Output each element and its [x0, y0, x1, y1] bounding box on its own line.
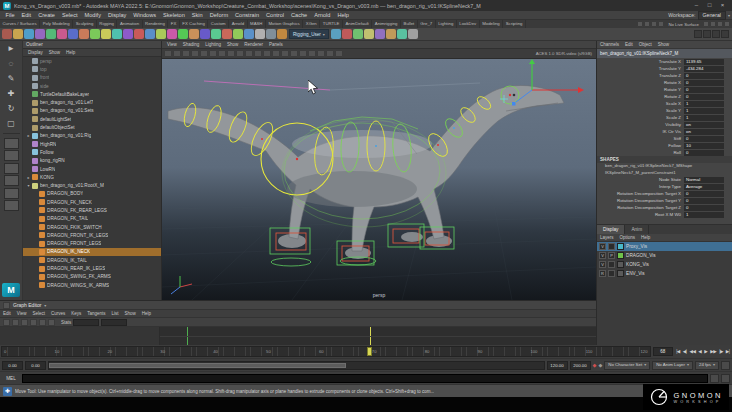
outliner-item[interactable]: front — [23, 74, 161, 82]
snap-curve-icon[interactable] — [644, 21, 650, 27]
animation-end-field[interactable]: 200.00 — [570, 361, 591, 370]
graph-editor-menu-tangents[interactable]: Tangents — [84, 311, 108, 316]
layer-row[interactable]: VKONG_Vis — [597, 260, 732, 269]
shelf-icon[interactable] — [90, 29, 100, 39]
attribute-value[interactable]: 0 — [684, 198, 724, 204]
layer-color-swatch[interactable] — [617, 243, 624, 250]
attribute-value[interactable]: 10 — [684, 143, 724, 149]
expand-arrow[interactable]: ▾ — [25, 183, 32, 188]
shelf-icon[interactable] — [134, 29, 144, 39]
menu-skin[interactable]: Skin — [188, 11, 206, 20]
step-forward-key-button[interactable]: |▶ — [718, 346, 725, 357]
render-icon[interactable] — [710, 21, 716, 27]
attribute-value[interactable]: 0 — [684, 87, 724, 93]
menu-modify[interactable]: Modify — [81, 11, 104, 20]
bookmarks-icon[interactable] — [191, 50, 199, 57]
shelf-icon[interactable] — [222, 29, 232, 39]
screen-space-ao-icon[interactable] — [317, 50, 325, 57]
viewport-menu-show[interactable]: Show — [224, 42, 241, 47]
shadows-icon[interactable] — [308, 50, 316, 57]
outliner-menu-show[interactable]: Show — [46, 50, 63, 55]
shelf-tab[interactable]: Modeling — [480, 20, 503, 28]
multisample-icon[interactable] — [335, 50, 343, 57]
workspace-selector[interactable]: General — [698, 11, 726, 20]
shelf-icon[interactable] — [397, 29, 407, 39]
shelf-tab[interactable]: Bullet — [401, 20, 418, 28]
attribute-value[interactable]: 1 — [684, 115, 724, 121]
menu-arnold[interactable]: Arnold — [311, 11, 334, 20]
anim-layer-dropdown[interactable]: No Anim Layer ▾ — [652, 361, 693, 370]
ipr-render-icon[interactable] — [717, 21, 723, 27]
shelf-tab[interactable]: Animation — [117, 20, 142, 28]
safe-title-icon[interactable] — [263, 50, 271, 57]
absolute-view-icon[interactable] — [3, 319, 10, 326]
smooth-shade-icon[interactable] — [281, 50, 289, 57]
layer-visibility-toggle[interactable]: V — [599, 243, 606, 250]
shelf-icon[interactable] — [277, 29, 287, 39]
viewport-menu-renderer[interactable]: Renderer — [241, 42, 266, 47]
shelf-tab[interactable]: Custom — [208, 20, 229, 28]
outliner-item[interactable]: DRAGON_SWING_FK_ARMS — [23, 273, 161, 281]
shelf-icon[interactable] — [167, 29, 177, 39]
attribute-value[interactable]: Average — [684, 184, 724, 190]
render-settings-icon[interactable] — [724, 21, 730, 27]
snap-point-icon[interactable] — [651, 21, 657, 27]
command-feedback-icon[interactable] — [710, 374, 719, 383]
channel-box-menu-channels[interactable]: Channels — [597, 42, 622, 47]
layer-row[interactable]: VProxy_Vis — [597, 242, 732, 251]
menu-skeleton[interactable]: Skeleton — [160, 11, 189, 20]
hypershade-layout[interactable] — [4, 188, 19, 199]
minimize-button[interactable]: – — [690, 0, 703, 11]
panel-menu-icon[interactable] — [3, 302, 10, 309]
construction-history-icon[interactable] — [703, 21, 709, 27]
graph-editor-menu-select[interactable]: Select — [29, 311, 48, 316]
shelf-icon[interactable] — [156, 29, 166, 39]
shelf-icon[interactable] — [386, 29, 396, 39]
range-slider-handle[interactable] — [49, 363, 346, 368]
shelf-tab[interactable]: Arnold — [229, 20, 247, 28]
shelf-icon[interactable] — [364, 29, 374, 39]
layer-type-toggle[interactable] — [608, 261, 615, 268]
shelf-icon[interactable] — [24, 29, 34, 39]
stats-value-field[interactable] — [101, 319, 127, 326]
use-all-lights-icon[interactable] — [299, 50, 307, 57]
shelf-icon[interactable] — [255, 29, 265, 39]
attribute-editor-icon[interactable] — [694, 30, 702, 38]
menu-file[interactable]: File — [2, 11, 18, 20]
shelf-tab[interactable]: TURTLE — [320, 20, 343, 28]
attribute-value[interactable]: Normal — [684, 177, 724, 183]
shelf-tab[interactable]: FX — [168, 20, 180, 28]
shelf-tab[interactable]: AnimDefault — [343, 20, 372, 28]
time-slider-track[interactable]: 0102030405060708090100110120 — [1, 346, 651, 357]
menu-control[interactable]: Control — [263, 11, 288, 20]
attribute-value[interactable]: 0 — [684, 150, 724, 156]
maximize-button[interactable]: □ — [703, 0, 716, 11]
attribute-value[interactable]: 1139.65 — [684, 59, 724, 65]
select-camera-icon[interactable] — [164, 50, 172, 57]
step-back-key-button[interactable]: ◀| — [681, 346, 688, 357]
shelf-tab[interactable]: Scripting — [503, 20, 526, 28]
menu-cache[interactable]: Cache — [288, 11, 311, 20]
shelf-icon[interactable] — [375, 29, 385, 39]
shelf-tab[interactable]: Rigging — [97, 20, 118, 28]
expand-arrow[interactable]: ▸ — [25, 133, 32, 138]
animation-start-field[interactable]: 0.00 — [2, 361, 23, 370]
attribute-value[interactable]: 0 — [684, 94, 724, 100]
stacked-view-icon[interactable] — [12, 319, 19, 326]
channel-box-icon[interactable] — [712, 30, 720, 38]
layer-menu-layers[interactable]: Layers — [597, 235, 617, 240]
textured-icon[interactable] — [290, 50, 298, 57]
outliner-item[interactable]: DRAGON_REAR_IK_LEGS — [23, 264, 161, 272]
layer-visibility-toggle[interactable]: V — [599, 252, 606, 259]
shelf-icon[interactable] — [233, 29, 243, 39]
outliner-item[interactable]: DRAGON_FRONT_LEGS — [23, 240, 161, 248]
current-frame-field[interactable]: 68 — [653, 347, 673, 356]
playback-start-field[interactable]: 0.00 — [25, 361, 46, 370]
layer-editor-tab-display[interactable]: Display — [597, 225, 625, 234]
go-to-end-button[interactable]: ▶| — [724, 346, 731, 357]
layer-color-swatch[interactable] — [617, 270, 624, 277]
graph-editor-menu-keys[interactable]: Keys — [68, 311, 84, 316]
fps-dropdown[interactable]: 24 fps ▾ — [695, 361, 719, 370]
graph-editor-canvas[interactable] — [160, 327, 596, 345]
menu-windows[interactable]: Windows — [130, 11, 160, 20]
